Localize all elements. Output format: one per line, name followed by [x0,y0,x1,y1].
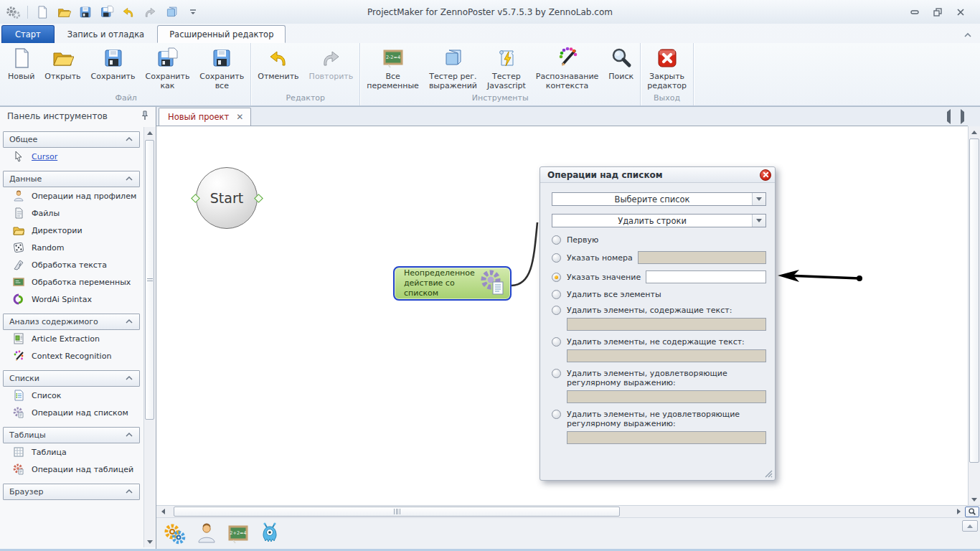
radio-button[interactable] [552,273,561,282]
toolbox-item-список[interactable]: Список [3,387,140,404]
ribbon-tab-старт[interactable]: Старт [1,25,55,43]
закрыть-редактор-button[interactable]: Закрыть редактор [642,44,692,90]
zoom-tool-button[interactable] [965,507,979,517]
toolbox-item-таблица[interactable]: Таблица [3,443,140,461]
тестер-рег-выражений-button[interactable]: Тестер рег. выражений [424,44,482,90]
все-переменные-button[interactable]: 2-2=4Все переменные [362,44,424,90]
toolbox-scrollbar[interactable] [143,127,155,547]
resize-grip[interactable] [763,468,773,478]
toolbox-item-article-extraction[interactable]: Article Extraction [3,330,140,347]
dialog-close-button[interactable] [760,169,771,181]
radio-button[interactable] [552,337,561,347]
minimize-button[interactable] [908,7,921,17]
toolbox-item-обработка-переменных[interactable]: Обработка переменных [3,273,140,291]
section-label: Таблицы [9,430,46,440]
collapse-panel-button[interactable] [962,520,978,532]
section-header-списки[interactable]: Списки [3,370,140,387]
new-document-button[interactable] [34,4,51,21]
scroll-right-icon[interactable] [952,509,965,514]
item-label: Context Recognition [32,352,111,361]
profile-person-icon[interactable] [195,522,218,545]
undo-button[interactable] [120,4,137,21]
dropdown-arrow-icon[interactable] [752,193,765,205]
document-tab[interactable]: Новый проект ✕ [159,108,251,126]
тестер-javascript-button[interactable]: Тестер Javascript [482,44,531,90]
canvas-horizontal-scrollbar[interactable] [156,505,980,517]
close-button[interactable] [954,7,967,17]
поиск-button[interactable]: Поиск [603,44,639,81]
customize-toolbar-button[interactable] [184,4,202,21]
ribbon-group-выход: Закрыть редакторВыход [641,43,694,105]
toolbox-item-context-recognition[interactable]: Context Recognition [3,347,140,364]
scroll-up-icon[interactable] [145,128,154,138]
scroll-up-icon[interactable] [969,127,979,137]
tab-scroll-left-icon[interactable] [947,112,951,121]
toolbox-item-операции-над-списком[interactable]: Операции над списком [3,404,140,421]
toolbox-item-random[interactable]: Random [3,239,140,256]
collapse-ribbon-button[interactable] [963,31,973,40]
dropdown-arrow-icon[interactable] [752,215,765,227]
распознавание-контекста-button[interactable]: Распознавание контекста [531,44,603,90]
list-select-dropdown[interactable]: Выберите список [552,192,766,206]
canvas-vertical-scrollbar[interactable] [968,126,980,505]
ribbon-tab-запись-и-отладка[interactable]: Запись и отладка [56,25,156,43]
scrollbar-thumb[interactable] [174,507,620,517]
новый-button[interactable]: Новый [3,44,39,81]
action-select-dropdown[interactable]: Удалить строки [552,214,766,227]
flow-canvas[interactable]: Start Неопределенное действие со списком [156,126,968,505]
radio-button[interactable] [552,253,561,263]
alien-mascot-icon[interactable] [258,522,281,545]
chevron-up-icon [125,430,133,440]
redo-button[interactable] [141,4,159,21]
toolbox-item-директории[interactable]: Директории [3,222,140,239]
tab-close-icon[interactable]: ✕ [236,112,243,122]
сохранить-как-button[interactable]: Сохранить как [140,44,194,90]
сохранить-все-button[interactable]: Сохранить все [194,44,249,90]
отменить-button[interactable]: Отменить [253,44,303,81]
option-label: Удалить элементы, не содержащие текст: [567,337,745,347]
toolbox-item-cursor[interactable]: Cursor [3,148,140,165]
scroll-down-icon[interactable] [969,494,979,504]
toolbox-item-файлы[interactable]: Файлы [3,204,140,222]
open-button[interactable] [55,4,72,21]
toolbox-item-wordai-spintax[interactable]: WordAi Spintax [3,291,140,308]
toolbox-item-операции-над-профилем[interactable]: Операции над профилем [3,187,140,204]
scroll-down-icon[interactable] [145,537,154,547]
item-label: Article Extraction [32,334,100,344]
radio-button[interactable] [552,290,561,299]
section-header-браузер[interactable]: Браузер [3,484,140,500]
section-header-данные[interactable]: Данные [3,171,140,187]
radio-button[interactable] [552,410,561,419]
section-header-таблицы[interactable]: Таблицы [3,427,140,443]
folder-icon [13,225,24,236]
tab-scroll-right-icon[interactable] [961,112,964,121]
start-node[interactable]: Start [196,167,259,230]
section-header-анализ-содержимого[interactable]: Анализ содержимого [3,314,140,330]
toolbox-item-обработка-текста[interactable]: Обработка текста [3,256,140,273]
list-icon [13,390,24,401]
restore-button[interactable] [931,7,944,17]
list-operations-dialog[interactable]: Операции над списком Выберите список Уда… [540,166,776,481]
radio-button[interactable] [552,369,561,378]
variables-board-icon[interactable]: 2+2=4 [227,522,250,545]
button-label: Новый [8,72,34,81]
settings-gears-icon[interactable] [164,522,187,545]
section-header-общее[interactable]: Общее [3,131,140,148]
ribbon-group-label: Выход [642,93,692,105]
toolbox-item-операции-над-таблицей[interactable]: Операции над таблицей [3,461,140,478]
toolbox-section-браузер: Браузер [3,484,140,500]
radio-button[interactable] [552,306,561,315]
pin-icon[interactable] [140,110,150,123]
save-as-button[interactable] [98,4,116,21]
scrollbar-thumb[interactable] [145,140,154,420]
открыть-button[interactable]: Открыть [39,44,85,81]
notebook-icon[interactable] [163,4,180,21]
сохранить-button[interactable]: Сохранить [86,44,141,81]
scroll-left-icon[interactable] [156,509,169,514]
radio-button[interactable] [552,235,561,245]
dialog-titlebar[interactable]: Операции над списком [540,167,775,183]
save-button[interactable] [77,4,94,21]
ribbon-tab-расширенный-редактор[interactable]: Расширенный редактор [157,25,286,43]
option-text-field[interactable] [646,270,766,283]
list-action-block[interactable]: Неопределенное действие со списком [393,266,512,301]
